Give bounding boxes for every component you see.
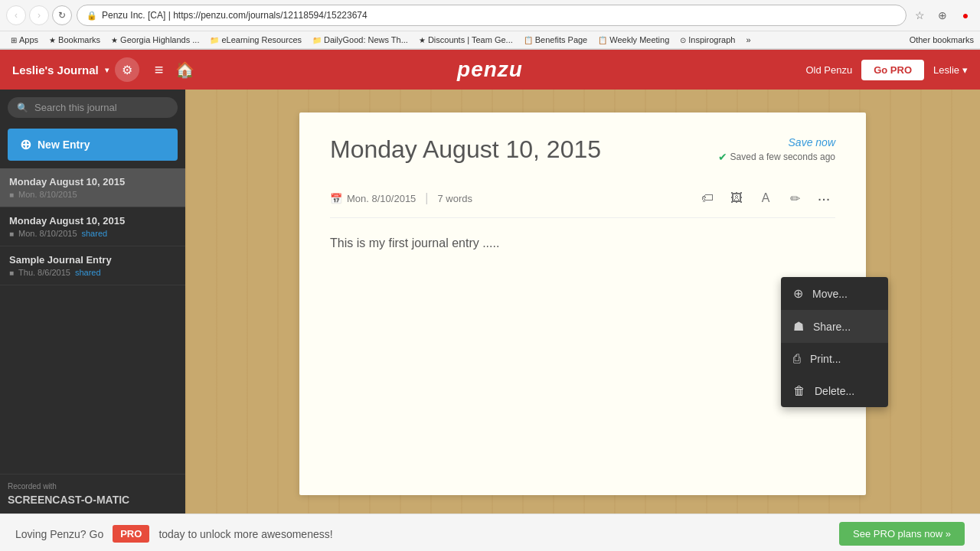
recorded-with-text: Recorded with <box>8 482 178 491</box>
address-bar[interactable]: 🔒 Penzu Inc. [CA] | https://penzu.com/jo… <box>77 5 906 26</box>
entry-title: Monday August 10, 2015 <box>9 215 176 227</box>
highlight-button[interactable]: ✏ <box>783 187 806 210</box>
more-options-button[interactable]: ··· <box>812 187 835 210</box>
sidebar-entries: Monday August 10, 2015 ■ Mon. 8/10/2015 … <box>0 168 185 474</box>
bottom-banner: Loving Penzu? Go PRO today to unlock mor… <box>0 514 980 551</box>
search-box: 🔍 <box>0 90 185 126</box>
bookmark-more[interactable]: » <box>741 34 755 46</box>
font-button[interactable]: A <box>754 187 777 210</box>
saved-status: ✔ Saved a few seconds ago <box>718 151 835 163</box>
banner-text-after: today to unlock more awesomeness! <box>158 528 332 540</box>
move-icon: ⊕ <box>793 286 803 301</box>
print-icon: ⎙ <box>793 352 801 366</box>
share-icon: ☗ <box>793 319 804 334</box>
home-button[interactable]: 🏠 <box>175 60 194 79</box>
screencast-logo: SCREENCAST-O-MATIC <box>8 494 178 506</box>
entry-title: Monday August 10, 2015 <box>9 176 176 187</box>
dropdown-menu: ⊕ Move... ☗ Share... ⎙ Print... 🗑 Delete… <box>781 277 888 407</box>
browser-toolbar: ‹ › ↻ 🔒 Penzu Inc. [CA] | https://penzu.… <box>0 0 980 31</box>
browser-chrome: ‹ › ↻ 🔒 Penzu Inc. [CA] | https://penzu.… <box>0 0 980 50</box>
star-icon-2: ★ <box>419 36 426 44</box>
search-input[interactable] <box>34 102 168 113</box>
shared-badge: shared <box>75 268 101 277</box>
pro-badge: PRO <box>113 525 149 543</box>
entry-toolbar: 📅 Mon. 8/10/2015 | 7 words 🏷 🖼 A ✏ ··· <box>330 179 835 218</box>
content-area: Monday August 10, 2015 Save now ✔ Saved … <box>185 90 980 514</box>
journal-selector[interactable]: Leslie's Journal ▾ <box>12 64 109 77</box>
see-pro-button[interactable]: See PRO plans now » <box>839 522 965 546</box>
entry-dot-icon: ■ <box>9 230 14 238</box>
extensions-icon[interactable]: ⊕ <box>934 7 951 24</box>
search-input-wrap[interactable]: 🔍 <box>8 97 178 118</box>
list-item[interactable]: Sample Journal Entry ■ Thu. 8/6/2015 sha… <box>0 246 185 285</box>
entry-title: Sample Journal Entry <box>9 254 176 266</box>
tag-button[interactable]: 🏷 <box>696 187 719 210</box>
star-icon[interactable]: ☆ <box>911 7 928 24</box>
main-layout: 🔍 ⊕ New Entry Monday August 10, 2015 ■ M… <box>0 90 980 514</box>
bookmark-inspirograph[interactable]: ⊙ Inspirograph <box>675 34 740 46</box>
hamburger-button[interactable]: ≡ <box>155 61 164 79</box>
folder-icon-1: 📁 <box>210 36 219 44</box>
nav-right: Old Penzu Go PRO Leslie ▾ <box>805 60 968 80</box>
checkmark-icon: ✔ <box>718 151 727 163</box>
entry-header: Monday August 10, 2015 Save now ✔ Saved … <box>330 135 835 164</box>
bookmark-weekly[interactable]: 📋 Weekly Meeting <box>593 34 674 46</box>
clipboard-icon-1: 📋 <box>524 36 533 44</box>
circle-icon: ⊙ <box>680 36 686 44</box>
sidebar: 🔍 ⊕ New Entry Monday August 10, 2015 ■ M… <box>0 90 185 514</box>
refresh-button[interactable]: ↻ <box>52 5 72 25</box>
top-nav: Leslie's Journal ▾ ⚙ ≡ 🏠 penzu Old Penzu… <box>0 50 980 90</box>
bookmark-georgia[interactable]: ★ Georgia Highlands ... <box>106 34 204 46</box>
sidebar-footer: Recorded with SCREENCAST-O-MATIC <box>0 474 185 514</box>
entry-dot-icon: ■ <box>9 191 14 199</box>
banner-text-before: Loving Penzu? Go <box>15 528 103 540</box>
bookmark-elearning[interactable]: 📁 eLearning Resources <box>205 34 306 46</box>
journal-name: Leslie's Journal <box>12 64 99 77</box>
toolbar-divider: | <box>425 191 428 205</box>
bookmark-bookmarks[interactable]: ★ Bookmarks <box>44 34 105 46</box>
pinterest-icon[interactable]: ● <box>957 7 974 24</box>
save-now-link[interactable]: Save now <box>789 136 835 148</box>
move-menu-item[interactable]: ⊕ Move... <box>781 277 888 310</box>
new-entry-button[interactable]: ⊕ New Entry <box>8 129 178 161</box>
trash-icon: 🗑 <box>793 384 805 398</box>
bookmark-apps[interactable]: ⊞ Apps <box>6 34 43 46</box>
go-pro-button[interactable]: Go PRO <box>861 60 924 80</box>
apps-icon: ⊞ <box>11 36 17 44</box>
user-menu[interactable]: Leslie ▾ <box>933 64 968 76</box>
entry-text: This is my first journal entry ..... <box>330 233 835 253</box>
app: Leslie's Journal ▾ ⚙ ≡ 🏠 penzu Old Penzu… <box>0 50 980 551</box>
bookmark-discounts[interactable]: ★ Discounts | Team Ge... <box>414 34 518 46</box>
list-item[interactable]: Monday August 10, 2015 ■ Mon. 8/10/2015 … <box>0 207 185 246</box>
user-dropdown-arrow: ▾ <box>962 64 968 76</box>
forward-button[interactable]: › <box>29 5 49 25</box>
share-menu-item[interactable]: ☗ Share... <box>781 310 888 343</box>
bookmark-benefits[interactable]: 📋 Benefits Page <box>519 34 593 46</box>
back-button[interactable]: ‹ <box>6 5 26 25</box>
browser-icons: ☆ ⊕ ● <box>911 7 974 24</box>
word-count: 7 words <box>438 193 473 204</box>
search-icon: 🔍 <box>17 103 28 113</box>
delete-menu-item[interactable]: 🗑 Delete... <box>781 375 888 407</box>
bookmark-dailygood[interactable]: 📁 DailyGood: News Th... <box>308 34 413 46</box>
print-menu-item[interactable]: ⎙ Print... <box>781 343 888 375</box>
penzu-logo: penzu <box>457 57 523 82</box>
user-name: Leslie <box>933 64 959 76</box>
old-penzu-link[interactable]: Old Penzu <box>805 64 852 76</box>
calendar-icon: 📅 <box>330 193 342 204</box>
bookmarks-bar: ⊞ Apps ★ Bookmarks ★ Georgia Highlands .… <box>0 31 980 49</box>
settings-button[interactable]: ⚙ <box>115 57 139 82</box>
list-item[interactable]: Monday August 10, 2015 ■ Mon. 8/10/2015 <box>0 168 185 207</box>
lock-icon: 🔒 <box>87 11 97 21</box>
entry-meta: ■ Mon. 8/10/2015 shared <box>9 229 176 238</box>
save-section: Save now ✔ Saved a few seconds ago <box>718 135 835 163</box>
entry-title: Monday August 10, 2015 <box>330 135 601 164</box>
entry-body[interactable]: This is my first journal entry ..... <box>330 233 835 253</box>
other-bookmarks[interactable]: Other bookmarks <box>910 35 974 44</box>
star-bookmark-icon: ★ <box>49 36 56 44</box>
nav-center: ≡ 🏠 <box>155 60 195 79</box>
entry-meta: ■ Mon. 8/10/2015 <box>9 190 176 199</box>
image-button[interactable]: 🖼 <box>725 187 748 210</box>
entry-dot-icon: ■ <box>9 269 14 277</box>
plus-icon: ⊕ <box>20 136 31 153</box>
